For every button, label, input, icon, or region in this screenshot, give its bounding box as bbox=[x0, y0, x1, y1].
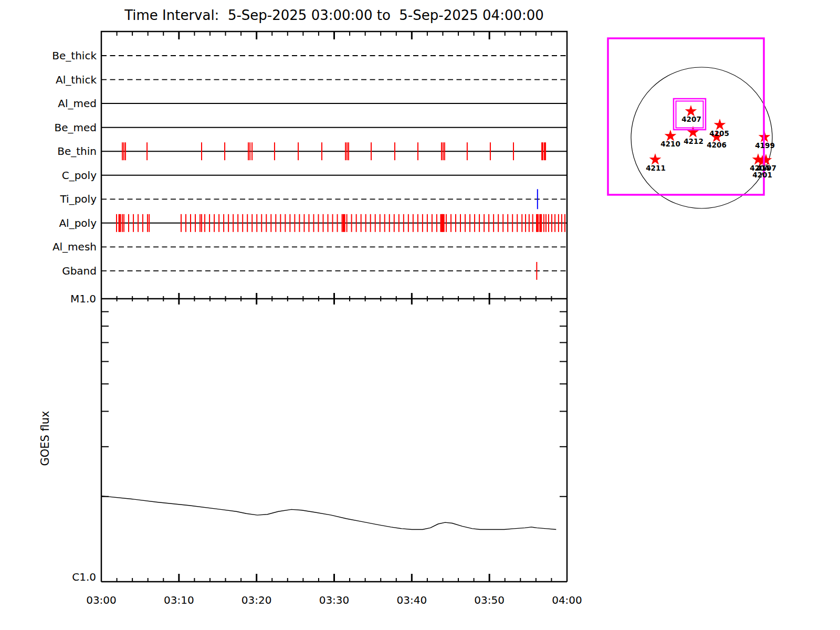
ar-label-4207: 4207 bbox=[681, 115, 701, 123]
ar-label-4205: 4205 bbox=[709, 129, 729, 138]
time-tick-label: 03:40 bbox=[397, 594, 427, 606]
timeline-row-Al_thick: Al_thick bbox=[56, 74, 567, 86]
row-label-Al_poly: Al_poly bbox=[59, 217, 97, 229]
goes-ylabel-top: M1.0 bbox=[70, 292, 96, 305]
time-tick-label: 03:50 bbox=[474, 594, 505, 606]
row-label-Be_med: Be_med bbox=[54, 121, 97, 134]
row-label-Ti_poly: Ti_poly bbox=[60, 193, 97, 205]
shared-time-axis bbox=[101, 293, 567, 304]
ar-label-4201: 4201 bbox=[752, 171, 772, 179]
timeline-row-C_poly: C_poly bbox=[62, 169, 567, 182]
timeline-row-Be_thick: Be_thick bbox=[52, 49, 567, 62]
ar-star-4205 bbox=[714, 119, 726, 130]
timeline-row-Al_med: Al_med bbox=[58, 97, 567, 110]
timeline-row-Ti_poly: Ti_poly bbox=[60, 189, 567, 209]
ar-label-4210: 4210 bbox=[660, 140, 680, 148]
row-label-Be_thick: Be_thick bbox=[52, 49, 97, 62]
ar-label-4206: 4206 bbox=[707, 141, 727, 149]
goes-flux-curve bbox=[101, 496, 556, 530]
row-label-Al_med: Al_med bbox=[58, 97, 97, 110]
time-tick-label: 03:00 bbox=[86, 594, 117, 606]
time-tick-label: 03:20 bbox=[242, 594, 272, 606]
row-label-Al_thick: Al_thick bbox=[56, 74, 97, 86]
time-tick-label: 03:30 bbox=[319, 594, 350, 606]
time-tick-label: 03:10 bbox=[164, 594, 194, 606]
goes-ylabel-bottom: C1.0 bbox=[72, 571, 96, 583]
plot-canvas: Be_thickAl_thickAl_medBe_medBe_thinC_pol… bbox=[0, 0, 840, 630]
timeline-panel-border bbox=[101, 32, 567, 299]
timeline-row-Al_mesh: Al_mesh bbox=[52, 240, 567, 253]
solar-map: 4207420542124210420641994211420441974201 bbox=[608, 38, 776, 208]
screenshot-root: Time Interval: 5-Sep-2025 03:00:00 to 5-… bbox=[0, 0, 840, 630]
row-label-Be_thin: Be_thin bbox=[57, 145, 97, 158]
timeline-row-Be_thin: Be_thin bbox=[57, 142, 567, 160]
ar-label-4211: 4211 bbox=[646, 164, 666, 172]
goes-axis-title: GOES flux bbox=[39, 411, 51, 466]
exposure-timeline-panel: Be_thickAl_thickAl_medBe_medBe_thinC_pol… bbox=[52, 32, 567, 299]
timeline-row-Al_poly: Al_poly bbox=[59, 214, 567, 232]
time-tick-label: 04:00 bbox=[552, 594, 582, 606]
goes-flux-panel: M1.0C1.0GOES flux03:0003:1003:2003:3003:… bbox=[39, 292, 582, 606]
timeline-row-Be_med: Be_med bbox=[54, 121, 567, 134]
ar-label-4212: 4212 bbox=[684, 137, 704, 145]
row-label-Gband: Gband bbox=[62, 265, 97, 277]
ar-label-4199: 4199 bbox=[755, 141, 775, 150]
row-label-Al_mesh: Al_mesh bbox=[52, 240, 97, 253]
row-label-C_poly: C_poly bbox=[62, 169, 97, 182]
ar-star-4211 bbox=[649, 153, 662, 165]
timeline-row-Gband: Gband bbox=[62, 262, 567, 280]
